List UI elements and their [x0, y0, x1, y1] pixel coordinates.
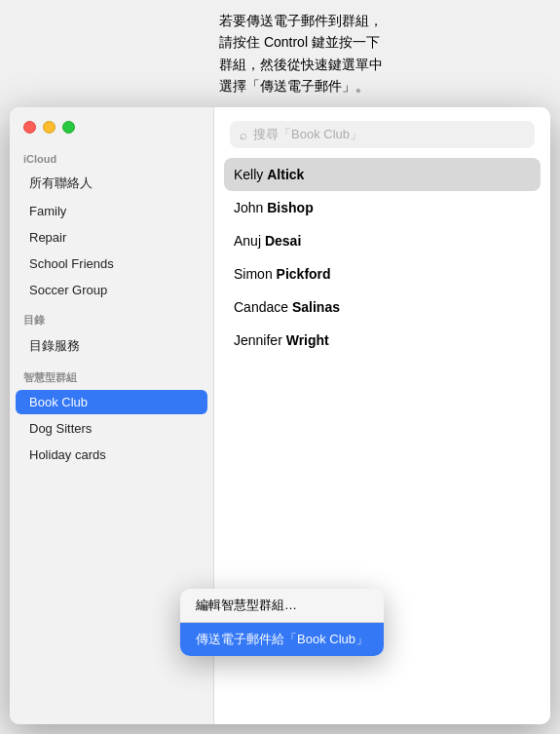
- sidebar-item-holiday-cards[interactable]: Holiday cards: [16, 443, 207, 467]
- contact-item[interactable]: John Bishop: [224, 191, 541, 224]
- search-icon: ⌕: [240, 128, 247, 142]
- context-menu-edit[interactable]: 編輯智慧型群組…: [180, 589, 384, 622]
- contact-first: Candace: [234, 299, 292, 315]
- context-menu-send-email[interactable]: 傳送電子郵件給「Book Club」: [180, 623, 384, 656]
- sidebar-item-book-club[interactable]: Book Club: [16, 390, 207, 414]
- sidebar-item-family[interactable]: Family: [16, 199, 207, 223]
- contact-item[interactable]: Candace Salinas: [224, 290, 541, 324]
- sidebar-item-directory-service[interactable]: 目錄服務: [16, 332, 207, 360]
- minimize-button[interactable]: [43, 121, 56, 134]
- contact-item[interactable]: Kelly Altick: [224, 158, 541, 191]
- contact-last: Pickford: [277, 266, 331, 282]
- search-placeholder-text: 搜尋「Book Club」: [253, 126, 362, 143]
- contact-first: Jennifer: [234, 332, 286, 348]
- instruction-text: 若要傳送電子郵件到群組， 請按住 Control 鍵並按一下 群組，然後從快速鍵…: [219, 10, 550, 97]
- search-bar[interactable]: ⌕ 搜尋「Book Club」: [230, 121, 535, 148]
- contact-last: Salinas: [292, 299, 340, 315]
- contact-last: Desai: [265, 233, 301, 249]
- sidebar-item-repair[interactable]: Repair: [16, 225, 207, 250]
- search-bar-area: ⌕ 搜尋「Book Club」: [214, 107, 550, 158]
- contact-item[interactable]: Jennifer Wright: [224, 324, 541, 357]
- window-controls: [10, 107, 213, 143]
- smart-section-label: 智慧型群組: [10, 361, 213, 389]
- sidebar-item-dog-sitters[interactable]: Dog Sitters: [16, 416, 207, 441]
- contact-last: Wright: [286, 332, 329, 348]
- contact-first: Anuj: [234, 233, 265, 249]
- contact-last: Altick: [267, 167, 304, 182]
- contact-item[interactable]: Simon Pickford: [224, 257, 541, 290]
- maximize-button[interactable]: [62, 121, 75, 134]
- close-button[interactable]: [23, 121, 36, 134]
- contacts-window: iCloud 所有聯絡人 Family Repair School Friend…: [10, 107, 550, 724]
- icloud-section-label: iCloud: [10, 143, 213, 169]
- contact-first: John: [234, 200, 267, 215]
- sidebar-item-soccer-group[interactable]: Soccer Group: [16, 278, 207, 302]
- directory-section-label: 目錄: [10, 303, 213, 331]
- context-menu: 編輯智慧型群組… 傳送電子郵件給「Book Club」: [180, 589, 384, 656]
- contact-first: Kelly: [234, 167, 267, 182]
- sidebar-item-all-contacts[interactable]: 所有聯絡人: [16, 170, 207, 197]
- contact-first: Simon: [234, 266, 277, 282]
- contact-last: Bishop: [267, 200, 313, 215]
- sidebar-item-school-friends[interactable]: School Friends: [16, 251, 207, 276]
- contact-item[interactable]: Anuj Desai: [224, 224, 541, 257]
